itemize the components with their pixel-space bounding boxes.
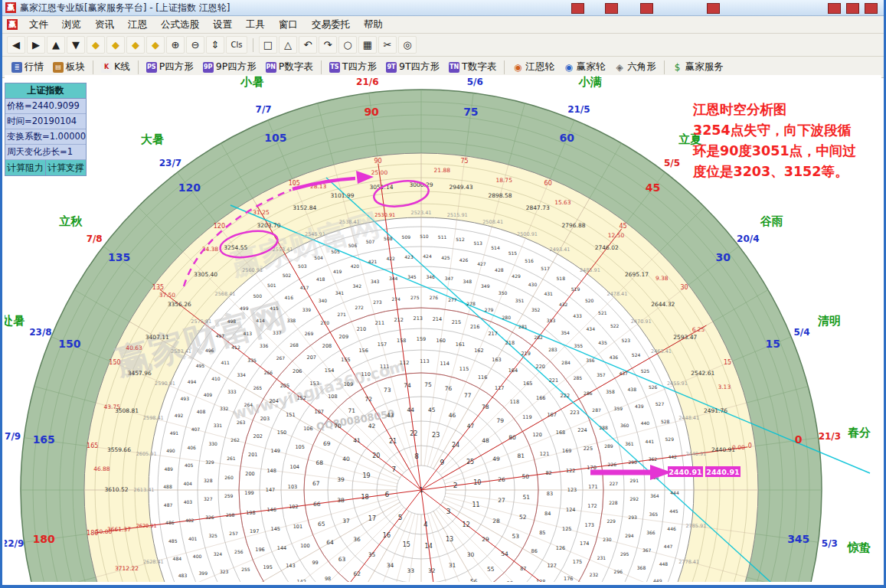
titlebar-red-square — [707, 3, 720, 14]
menu-item-窗口[interactable]: 窗口 — [272, 17, 305, 33]
info-row: 周天变化步长=1 — [5, 145, 86, 160]
back-icon[interactable]: ◀ — [7, 36, 25, 54]
ribbon-item-T四方形[interactable]: TST四方形 — [325, 59, 381, 75]
svg-text:109: 109 — [344, 381, 353, 387]
ribbon-item-9P四方形[interactable]: 9P9P四方形 — [198, 59, 261, 75]
minimize-button[interactable] — [828, 3, 841, 14]
ribbon-item-T数字表[interactable]: TNT数字表 — [444, 59, 501, 75]
svg-text:257: 257 — [229, 531, 238, 536]
ribbon-item-P数字表[interactable]: PNP数字表 — [261, 59, 318, 75]
svg-text:176: 176 — [564, 576, 573, 582]
ribbon-item-K线[interactable]: KK线 — [96, 59, 135, 75]
grid-tool-icon[interactable]: ▦ — [358, 36, 377, 54]
svg-text:12.50: 12.50 — [608, 232, 625, 239]
arc-left-tool-icon[interactable]: ↶ — [299, 36, 317, 54]
ribbon-item-板块[interactable]: ▤板块 — [48, 59, 90, 75]
ribbon-item-赢家服务[interactable]: $赢家服务 — [668, 59, 728, 75]
svg-text:358: 358 — [606, 389, 615, 394]
svg-text:508: 508 — [384, 236, 393, 241]
svg-text:13: 13 — [446, 536, 453, 543]
menu-item-公式选股[interactable]: 公式选股 — [154, 17, 206, 33]
rect-tool-icon[interactable]: □ — [259, 36, 277, 54]
svg-text:45: 45 — [619, 223, 626, 230]
button-计算支撑[interactable]: 计算支撑 — [46, 160, 86, 175]
zoom-out-icon[interactable]: ⊖ — [186, 36, 204, 54]
ribbon-item-六角形[interactable]: ◈六角形 — [610, 59, 661, 75]
pointer-up-icon[interactable]: ▲ — [47, 36, 65, 54]
9P四方形-icon: 9P — [203, 62, 214, 73]
svg-text:202: 202 — [253, 433, 263, 439]
menu-item-设置[interactable]: 设置 — [206, 17, 239, 33]
svg-text:2478.41: 2478.41 — [607, 291, 628, 297]
menu-item-文件[interactable]: 文件 — [22, 17, 55, 33]
svg-text:2746.02: 2746.02 — [595, 244, 619, 251]
cut-tool-icon[interactable]: ✂ — [378, 36, 397, 54]
svg-text:3559.66: 3559.66 — [107, 446, 131, 453]
svg-text:511: 511 — [438, 234, 447, 240]
svg-text:346: 346 — [426, 274, 435, 279]
menu-item-工具[interactable]: 工具 — [239, 17, 272, 33]
svg-text:259: 259 — [224, 493, 234, 498]
svg-text:509: 509 — [402, 234, 411, 240]
menu-item-交易委托[interactable]: 交易委托 — [305, 17, 357, 33]
svg-text:261: 261 — [227, 456, 236, 461]
svg-text:2440.91: 2440.91 — [706, 468, 739, 476]
svg-text:22: 22 — [410, 430, 417, 437]
ribbon-item-行情[interactable]: ≣行情 — [7, 59, 48, 75]
close-button[interactable] — [865, 3, 878, 14]
svg-text:224: 224 — [577, 427, 587, 433]
cls-button[interactable]: Cls — [226, 36, 247, 54]
menu-item-江恩[interactable]: 江恩 — [121, 17, 154, 33]
arc-right-tool-icon[interactable]: ↷ — [319, 36, 337, 54]
triangle-tool-icon[interactable]: △ — [279, 36, 297, 54]
menu-item-浏览[interactable]: 浏览 — [55, 17, 88, 33]
svg-text:345: 345 — [407, 274, 417, 279]
svg-text:2778.41: 2778.41 — [678, 559, 699, 565]
svg-text:106: 106 — [303, 426, 312, 432]
svg-text:67: 67 — [312, 480, 320, 487]
diamond-1-icon[interactable]: ◆ — [87, 36, 105, 54]
svg-text:345: 345 — [787, 533, 809, 545]
svg-text:354: 354 — [561, 330, 570, 335]
svg-text:324: 324 — [214, 551, 223, 557]
button-计算阻力[interactable]: 计算阻力 — [5, 160, 46, 175]
svg-text:60: 60 — [544, 180, 552, 187]
svg-text:0: 0 — [748, 443, 752, 449]
ribbon-item-label: T四方形 — [342, 60, 377, 74]
forward-icon[interactable]: ▶ — [27, 36, 45, 54]
diamond-3-icon[interactable]: ◆ — [126, 36, 145, 54]
svg-text:431: 431 — [544, 291, 553, 296]
ribbon-item-label: 板块 — [66, 60, 85, 74]
menu-item-帮助[interactable]: 帮助 — [357, 17, 390, 33]
svg-text:327: 327 — [204, 496, 213, 501]
menu-item-资讯[interactable]: 资讯 — [88, 17, 121, 33]
ribbon-item-赢家轮[interactable]: ◉赢家轮 — [559, 59, 610, 75]
svg-text:143: 143 — [286, 563, 295, 569]
svg-text:212: 212 — [394, 317, 403, 323]
svg-text:118: 118 — [510, 399, 519, 405]
pointer-down-icon[interactable]: ▼ — [67, 36, 85, 54]
svg-text:8: 8 — [414, 452, 419, 460]
circle-tool-icon[interactable]: ○ — [338, 36, 357, 54]
svg-text:43.75: 43.75 — [104, 403, 121, 410]
svg-text:77: 77 — [464, 392, 472, 399]
svg-text:401: 401 — [188, 536, 198, 541]
maximize-button[interactable] — [846, 3, 859, 14]
ribbon-item-9T四方形[interactable]: 9T9T四方形 — [381, 59, 444, 75]
scale-icon[interactable]: ⇕ — [206, 36, 224, 54]
diamond-4-icon[interactable]: ◆ — [146, 36, 165, 54]
svg-text:518: 518 — [557, 276, 566, 281]
ribbon-item-P四方形[interactable]: PSP四方形 — [142, 59, 198, 75]
svg-text:331: 331 — [214, 423, 223, 428]
svg-text:3712.22: 3712.22 — [115, 565, 139, 572]
svg-text:274: 274 — [391, 296, 400, 302]
svg-text:231: 231 — [597, 555, 606, 560]
svg-text:368: 368 — [637, 565, 646, 570]
zoom-in-icon[interactable]: ⊕ — [166, 36, 185, 54]
diamond-2-icon[interactable]: ◆ — [106, 36, 125, 54]
svg-text:166: 166 — [536, 395, 545, 401]
ribbon-item-江恩轮[interactable]: ◉江恩轮 — [508, 59, 559, 75]
target-tool-icon[interactable]: ◎ — [398, 36, 417, 54]
svg-text:498: 498 — [227, 318, 237, 324]
svg-text:2508.41: 2508.41 — [482, 219, 503, 225]
